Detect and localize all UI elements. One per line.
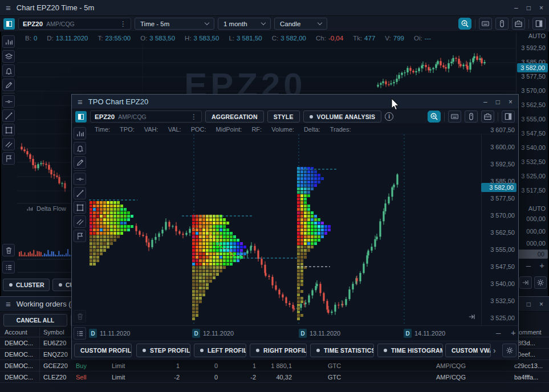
indicators-icon[interactable] bbox=[2, 35, 15, 48]
cancel-all-button[interactable]: CANCEL ALL bbox=[3, 314, 67, 326]
parallel-lines-tool-icon[interactable] bbox=[2, 138, 15, 150]
keyboard-trading-button[interactable] bbox=[479, 18, 492, 30]
overflow-chevron-icon[interactable]: › bbox=[493, 346, 496, 354]
side-panel-button[interactable] bbox=[502, 111, 515, 122]
go-to-end-button[interactable] bbox=[519, 276, 532, 289]
flag-tool-icon[interactable] bbox=[2, 152, 15, 165]
minimize-button[interactable]: – bbox=[514, 4, 518, 12]
close-button[interactable]: × bbox=[539, 4, 543, 12]
axis-auto-label[interactable]: AUTO bbox=[528, 32, 546, 39]
main-price-axis[interactable]: AUTO 3 592,503 585,003 577,503 570,003 5… bbox=[516, 32, 549, 296]
delete-drawings-icon[interactable] bbox=[2, 244, 15, 256]
maximize-button[interactable]: □ bbox=[527, 4, 531, 12]
price-axis-label: 3 555,00 bbox=[521, 116, 546, 122]
volume-analysis-button[interactable]: VOLUME ANALYSIS bbox=[303, 111, 382, 122]
alerts-bell-icon[interactable] bbox=[74, 142, 86, 154]
line-tool-icon[interactable] bbox=[74, 187, 86, 199]
line-tool-icon[interactable] bbox=[2, 109, 15, 122]
object-list-icon[interactable] bbox=[2, 261, 15, 273]
symbol-menu-dots-icon[interactable]: ⋮ bbox=[120, 20, 127, 28]
step-profile-button[interactable]: STEP PROFILE bbox=[136, 344, 190, 357]
main-window-title: Chart EPZ20 Time - 5m bbox=[17, 3, 95, 12]
style-button[interactable]: STYLE bbox=[267, 111, 300, 122]
rectangle-tool-icon[interactable] bbox=[74, 201, 86, 214]
change-field: Ch:-0,04 bbox=[316, 35, 343, 42]
maximize-button[interactable]: □ bbox=[527, 300, 531, 308]
account-box-button[interactable] bbox=[481, 111, 494, 122]
parallel-lines-tool-icon[interactable] bbox=[74, 215, 86, 228]
right-profile-button[interactable]: RIGHT PROFILE bbox=[250, 344, 307, 357]
close-button[interactable]: × bbox=[539, 300, 543, 308]
order-row[interactable]: DEMOC... CLEZ20 Sell Limit -2 0 -2 40,32… bbox=[0, 371, 549, 383]
cluster-button[interactable]: CLUSTER bbox=[3, 279, 50, 291]
point-tool-icon[interactable] bbox=[2, 95, 15, 108]
delete-drawings-icon[interactable] bbox=[74, 310, 86, 322]
ohlc-databar: B:0 D:13.11.2020 T:23:55:00 O:3 583,50 H… bbox=[25, 33, 431, 43]
zoom-in-button[interactable]: + bbox=[511, 328, 516, 337]
keyboard-trading-button[interactable] bbox=[448, 111, 461, 122]
order-row[interactable]: DEMOC... GCEZ20 Buy Limit 1 0 1 1 880,1 … bbox=[0, 360, 549, 371]
indicators-icon[interactable] bbox=[74, 127, 86, 140]
drawing-pencil-icon[interactable] bbox=[74, 156, 86, 169]
mouse-trading-button[interactable] bbox=[495, 18, 509, 30]
point-tool-icon[interactable] bbox=[74, 173, 86, 185]
mouse-cursor bbox=[391, 98, 400, 111]
rectangle-tool-icon[interactable] bbox=[2, 124, 15, 136]
go-to-end-icon[interactable] bbox=[468, 313, 476, 321]
close-button[interactable]: × bbox=[509, 98, 513, 106]
window-menu-icon[interactable]: ≡ bbox=[6, 300, 11, 308]
side-panel-button[interactable] bbox=[532, 18, 546, 30]
style-dropdown[interactable]: Candle bbox=[274, 18, 327, 30]
price-axis-label: 3 525,00 bbox=[521, 173, 546, 179]
mouse-trading-button[interactable] bbox=[465, 111, 478, 122]
chart-settings-gear-icon[interactable] bbox=[534, 276, 547, 289]
maximize-button[interactable]: □ bbox=[496, 98, 500, 106]
custom-profile-button[interactable]: CUSTOM PROFILE bbox=[74, 344, 132, 357]
symbol-selector[interactable]: EPZ20 AMP/CQG ⋮ bbox=[18, 18, 131, 30]
stat-tpo: TPO: bbox=[120, 126, 135, 133]
symbol-link-button[interactable] bbox=[75, 111, 87, 122]
alerts-bell-icon[interactable] bbox=[2, 64, 15, 77]
stat-time: Time: bbox=[95, 126, 110, 133]
flag-tool-icon[interactable] bbox=[74, 230, 86, 242]
stat-trades: Trades: bbox=[330, 126, 351, 133]
time-statistics-button[interactable]: TIME STATISTICS bbox=[310, 344, 374, 357]
price-axis-label: 3 540,00 bbox=[521, 144, 546, 151]
delta-axis-auto-label[interactable]: AUTO bbox=[528, 205, 546, 212]
settings-gear-icon[interactable] bbox=[502, 344, 517, 357]
price-axis-label: 3 570,00 bbox=[521, 87, 546, 94]
price-axis-label: 3 600,00 bbox=[490, 144, 515, 150]
zoom-in-button[interactable]: + bbox=[539, 260, 544, 270]
symbol-link-button[interactable] bbox=[3, 18, 15, 30]
drawing-pencil-icon[interactable] bbox=[2, 79, 15, 91]
custom-vwap-button[interactable]: CUSTOM VWAP bbox=[445, 344, 491, 357]
tpo-toolbar: EPZ20 AMP/CQG ⋮ AGGREGATION STYLE VOLUME… bbox=[72, 109, 518, 124]
layers-icon[interactable] bbox=[2, 50, 15, 63]
window-menu-icon[interactable]: ≡ bbox=[78, 97, 83, 106]
info-icon[interactable]: i bbox=[385, 112, 393, 121]
zoom-out-button[interactable]: – bbox=[526, 260, 531, 270]
aggregation-button[interactable]: AGGREGATION bbox=[205, 111, 264, 122]
tpo-date-axis[interactable]: D 11.11.2020 D 12.11.2020 D 13.11.2020 D… bbox=[72, 325, 518, 341]
time-field: T:23:55:00 bbox=[97, 35, 131, 42]
minimize-button[interactable]: – bbox=[483, 98, 487, 106]
price-axis-label: 3 525,00 bbox=[490, 315, 515, 321]
symbol-selector[interactable]: EPZ20 AMP/CQG ⋮ bbox=[90, 111, 202, 122]
account-box-button[interactable] bbox=[512, 18, 525, 30]
zoom-out-button[interactable]: – bbox=[496, 328, 501, 337]
price-axis-label: 3 547,50 bbox=[490, 263, 515, 270]
price-axis-label: 3 540,00 bbox=[490, 280, 515, 287]
chart-search-button[interactable] bbox=[458, 18, 471, 30]
range-dropdown[interactable]: 1 month bbox=[218, 18, 271, 30]
split-square-icon bbox=[78, 114, 84, 120]
period-dropdown[interactable]: Time - 5m bbox=[135, 18, 214, 30]
split-square-icon bbox=[6, 21, 12, 27]
left-profile-button[interactable]: LEFT PROFILE bbox=[194, 344, 246, 357]
symbol-menu-dots-icon[interactable]: ⋮ bbox=[190, 113, 197, 121]
stat-volume: Volume: bbox=[271, 126, 294, 133]
chart-search-button[interactable] bbox=[428, 111, 441, 122]
time-histogram-button[interactable]: TIME HISTOGRAM bbox=[377, 344, 443, 357]
bullet-icon bbox=[310, 115, 313, 119]
window-menu-icon[interactable]: ≡ bbox=[6, 3, 11, 12]
tpo-chart-canvas[interactable] bbox=[88, 134, 481, 325]
